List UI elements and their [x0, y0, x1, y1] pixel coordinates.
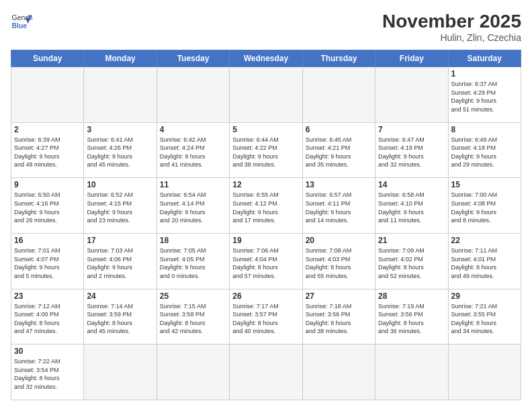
weekday-header-thursday: Thursday [302, 50, 375, 67]
logo: General Blue [11, 11, 32, 32]
day-info: Sunrise: 7:18 AM Sunset: 3:56 PM Dayligh… [306, 302, 372, 336]
day-number: 9 [14, 180, 81, 189]
day-number: 14 [378, 180, 445, 189]
calendar-cell [84, 67, 157, 123]
page: General Blue November 2025 Hulin, Zlin, … [0, 0, 532, 411]
calendar-table: SundayMondayTuesdayWednesdayThursdayFrid… [11, 50, 521, 400]
calendar-cell: 9Sunrise: 6:50 AM Sunset: 4:16 PM Daylig… [11, 178, 84, 234]
calendar-cell: 28Sunrise: 7:19 AM Sunset: 3:56 PM Dayli… [375, 289, 448, 345]
day-number: 17 [87, 236, 153, 245]
calendar-cell [157, 67, 229, 123]
calendar-cell: 29Sunrise: 7:21 AM Sunset: 3:55 PM Dayli… [448, 289, 521, 345]
day-info: Sunrise: 6:58 AM Sunset: 4:10 PM Dayligh… [378, 191, 445, 224]
calendar-cell: 15Sunrise: 7:00 AM Sunset: 4:08 PM Dayli… [448, 178, 521, 234]
calendar-week-row: 23Sunrise: 7:12 AM Sunset: 4:00 PM Dayli… [11, 289, 521, 345]
day-number: 29 [451, 291, 518, 301]
day-number: 22 [451, 236, 518, 245]
svg-text:Blue: Blue [12, 22, 28, 30]
day-number: 26 [232, 291, 299, 301]
day-info: Sunrise: 6:52 AM Sunset: 4:15 PM Dayligh… [87, 191, 153, 224]
calendar-week-row: 1Sunrise: 6:37 AM Sunset: 4:29 PM Daylig… [11, 67, 521, 123]
calendar-cell: 6Sunrise: 6:45 AM Sunset: 4:21 PM Daylig… [302, 122, 375, 178]
header: General Blue November 2025 Hulin, Zlin, … [11, 11, 521, 43]
calendar-cell: 17Sunrise: 7:03 AM Sunset: 4:06 PM Dayli… [84, 233, 157, 289]
day-number: 19 [232, 236, 299, 245]
weekday-header-saturday: Saturday [448, 50, 521, 67]
day-info: Sunrise: 7:01 AM Sunset: 4:07 PM Dayligh… [14, 246, 81, 280]
calendar-cell: 13Sunrise: 6:57 AM Sunset: 4:11 PM Dayli… [302, 178, 375, 234]
calendar-cell [302, 67, 375, 123]
day-number: 25 [160, 291, 226, 301]
calendar-week-row: 9Sunrise: 6:50 AM Sunset: 4:16 PM Daylig… [11, 178, 521, 234]
day-info: Sunrise: 7:15 AM Sunset: 3:58 PM Dayligh… [160, 302, 226, 336]
calendar-cell [11, 67, 84, 123]
day-info: Sunrise: 7:19 AM Sunset: 3:56 PM Dayligh… [378, 302, 445, 336]
day-number: 24 [87, 291, 153, 301]
weekday-header-wednesday: Wednesday [230, 50, 302, 67]
month-year-title: November 2025 [382, 11, 521, 32]
calendar-cell: 8Sunrise: 6:49 AM Sunset: 4:18 PM Daylig… [448, 122, 521, 178]
day-number: 18 [160, 236, 226, 245]
calendar-cell [375, 67, 448, 123]
day-info: Sunrise: 7:12 AM Sunset: 4:00 PM Dayligh… [14, 302, 81, 336]
calendar-cell: 4Sunrise: 6:42 AM Sunset: 4:24 PM Daylig… [157, 122, 229, 178]
day-info: Sunrise: 7:08 AM Sunset: 4:03 PM Dayligh… [306, 246, 372, 280]
calendar-cell: 7Sunrise: 6:47 AM Sunset: 4:19 PM Daylig… [375, 122, 448, 178]
weekday-header-monday: Monday [84, 50, 157, 67]
day-info: Sunrise: 7:21 AM Sunset: 3:55 PM Dayligh… [451, 302, 518, 336]
day-number: 20 [306, 236, 372, 245]
calendar-cell: 24Sunrise: 7:14 AM Sunset: 3:59 PM Dayli… [84, 289, 157, 345]
day-number: 6 [306, 125, 372, 134]
calendar-cell: 30Sunrise: 7:22 AM Sunset: 3:54 PM Dayli… [11, 345, 84, 400]
day-number: 5 [232, 125, 299, 134]
day-info: Sunrise: 7:06 AM Sunset: 4:04 PM Dayligh… [232, 246, 299, 280]
day-info: Sunrise: 6:44 AM Sunset: 4:22 PM Dayligh… [232, 136, 299, 169]
day-number: 23 [14, 291, 81, 301]
calendar-cell [230, 345, 302, 400]
calendar-cell: 11Sunrise: 6:54 AM Sunset: 4:14 PM Dayli… [157, 178, 229, 234]
day-number: 4 [160, 125, 226, 134]
day-number: 16 [14, 236, 81, 245]
day-info: Sunrise: 6:42 AM Sunset: 4:24 PM Dayligh… [160, 136, 226, 169]
calendar-cell: 16Sunrise: 7:01 AM Sunset: 4:07 PM Dayli… [11, 233, 84, 289]
calendar-cell: 1Sunrise: 6:37 AM Sunset: 4:29 PM Daylig… [448, 67, 521, 123]
calendar-cell: 27Sunrise: 7:18 AM Sunset: 3:56 PM Dayli… [302, 289, 375, 345]
day-info: Sunrise: 7:03 AM Sunset: 4:06 PM Dayligh… [87, 246, 153, 280]
calendar-week-row: 16Sunrise: 7:01 AM Sunset: 4:07 PM Dayli… [11, 233, 521, 289]
weekday-header-sunday: Sunday [11, 50, 84, 67]
day-number: 15 [451, 180, 518, 189]
day-number: 28 [378, 291, 445, 301]
calendar-cell: 21Sunrise: 7:09 AM Sunset: 4:02 PM Dayli… [375, 233, 448, 289]
calendar-week-row: 2Sunrise: 6:39 AM Sunset: 4:27 PM Daylig… [11, 122, 521, 178]
day-number: 2 [14, 125, 81, 134]
day-info: Sunrise: 7:09 AM Sunset: 4:02 PM Dayligh… [378, 246, 445, 280]
calendar-cell [230, 67, 302, 123]
calendar-cell: 19Sunrise: 7:06 AM Sunset: 4:04 PM Dayli… [230, 233, 302, 289]
generalblue-logo-icon: General Blue [11, 11, 32, 32]
day-info: Sunrise: 7:22 AM Sunset: 3:54 PM Dayligh… [14, 357, 81, 391]
day-number: 30 [14, 347, 81, 356]
weekday-header-row: SundayMondayTuesdayWednesdayThursdayFrid… [11, 50, 521, 67]
day-info: Sunrise: 6:54 AM Sunset: 4:14 PM Dayligh… [160, 191, 226, 224]
day-info: Sunrise: 6:47 AM Sunset: 4:19 PM Dayligh… [378, 136, 445, 169]
day-info: Sunrise: 7:17 AM Sunset: 3:57 PM Dayligh… [232, 302, 299, 336]
calendar-cell: 5Sunrise: 6:44 AM Sunset: 4:22 PM Daylig… [230, 122, 302, 178]
calendar-cell: 10Sunrise: 6:52 AM Sunset: 4:15 PM Dayli… [84, 178, 157, 234]
calendar-cell: 22Sunrise: 7:11 AM Sunset: 4:01 PM Dayli… [448, 233, 521, 289]
calendar-cell: 12Sunrise: 6:55 AM Sunset: 4:12 PM Dayli… [230, 178, 302, 234]
day-number: 11 [160, 180, 226, 189]
weekday-header-tuesday: Tuesday [157, 50, 229, 67]
day-number: 8 [451, 125, 518, 134]
calendar-cell: 2Sunrise: 6:39 AM Sunset: 4:27 PM Daylig… [11, 122, 84, 178]
calendar-cell [448, 345, 521, 400]
calendar-cell: 3Sunrise: 6:41 AM Sunset: 4:26 PM Daylig… [84, 122, 157, 178]
day-info: Sunrise: 7:00 AM Sunset: 4:08 PM Dayligh… [451, 191, 518, 224]
day-number: 1 [451, 69, 518, 79]
calendar-cell: 25Sunrise: 7:15 AM Sunset: 3:58 PM Dayli… [157, 289, 229, 345]
day-info: Sunrise: 6:37 AM Sunset: 4:29 PM Dayligh… [451, 80, 518, 113]
location-subtitle: Hulin, Zlin, Czechia [382, 32, 521, 43]
weekday-header-friday: Friday [375, 50, 448, 67]
day-number: 27 [306, 291, 372, 301]
day-info: Sunrise: 6:41 AM Sunset: 4:26 PM Dayligh… [87, 136, 153, 169]
day-info: Sunrise: 7:14 AM Sunset: 3:59 PM Dayligh… [87, 302, 153, 336]
